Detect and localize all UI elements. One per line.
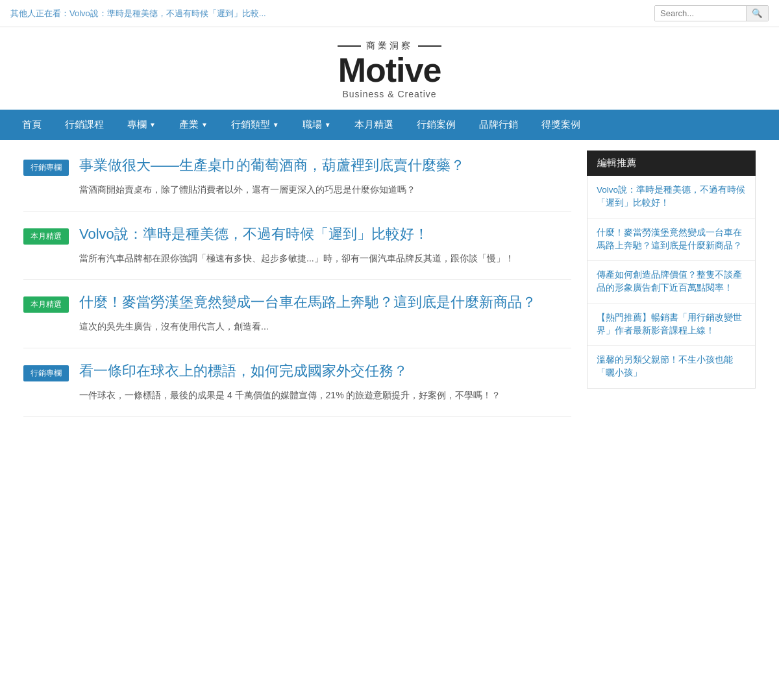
sidebar-title: 編輯推薦 [587, 151, 756, 176]
logo-area: 商業洞察 Motive Business & Creative [0, 27, 779, 110]
article-item-1: 本月精選Volvo說：準時是種美德，不過有時候「遲到」比較好！當所有汽車品牌都在… [23, 211, 571, 280]
nav-item-3[interactable]: 產業 ▼ [167, 110, 219, 140]
nav-item-0[interactable]: 首頁 [10, 110, 53, 140]
article-item-0: 行銷專欄事業做很大——生產桌巾的葡萄酒商，葫蘆裡到底賣什麼藥？當酒商開始賣桌布，… [23, 151, 571, 211]
nav-link-5[interactable]: 職場 ▼ [291, 110, 343, 140]
article-content: Volvo說：準時是種美德，不過有時候「遲到」比較好！當所有汽車品牌都在跟你強調… [79, 224, 571, 267]
article-title[interactable]: Volvo說：準時是種美德，不過有時候「遲到」比較好！ [79, 224, 571, 245]
article-badge: 本月精選 [23, 296, 69, 313]
nav-link-0[interactable]: 首頁 [10, 110, 53, 140]
main-container: 行銷專欄事業做很大——生產桌巾的葡萄酒商，葫蘆裡到底賣什麼藥？當酒商開始賣桌布，… [13, 140, 766, 427]
sidebar-link-2[interactable]: 傳產如何創造品牌價值？整隻不談產品的形象廣告創下近百萬點閱率！ [587, 261, 755, 303]
sidebar-link-0[interactable]: Volvo說：準時是種美德，不過有時候「遲到」比較好！ [587, 176, 755, 218]
nav-item-5[interactable]: 職場 ▼ [291, 110, 343, 140]
nav-link-1[interactable]: 行銷課程 [53, 110, 116, 140]
article-content: 看一條印在球衣上的標語，如何完成國家外交任務？一件球衣，一條標語，最後的成果是 … [79, 361, 571, 404]
article-badge: 行銷專欄 [23, 365, 69, 381]
main-nav: 首頁行銷課程專欄 ▼產業 ▼行銷類型 ▼職場 ▼本月精選行銷案例品牌行銷得獎案例 [0, 110, 779, 140]
sidebar-link-4[interactable]: 溫馨的另類父親節！不生小孩也能「曬小孩」 [587, 346, 755, 388]
nav-link-4[interactable]: 行銷類型 ▼ [219, 110, 291, 140]
nav-item-7[interactable]: 行銷案例 [405, 110, 467, 140]
logo-sub: Business & Creative [0, 89, 779, 99]
nav-item-6[interactable]: 本月精選 [343, 110, 405, 140]
nav-item-2[interactable]: 專欄 ▼ [116, 110, 167, 140]
article-excerpt: 這次的吳先生廣告，沒有使用代言人，創造看... [79, 319, 571, 335]
article-title[interactable]: 事業做很大——生產桌巾的葡萄酒商，葫蘆裡到底賣什麼藥？ [79, 156, 571, 176]
sidebar-section-recommended: 編輯推薦 Volvo說：準時是種美德，不過有時候「遲到」比較好！什麼！麥當勞漢堡… [587, 151, 756, 389]
nav-link-6[interactable]: 本月精選 [343, 110, 405, 140]
sidebar-link-item-0[interactable]: Volvo說：準時是種美德，不過有時候「遲到」比較好！ [587, 176, 755, 219]
nav-link-7[interactable]: 行銷案例 [405, 110, 467, 140]
sidebar-link-item-2[interactable]: 傳產如何創造品牌價值？整隻不談產品的形象廣告創下近百萬點閱率！ [587, 261, 755, 304]
article-title[interactable]: 看一條印在球衣上的標語，如何完成國家外交任務？ [79, 361, 571, 381]
nav-link-3[interactable]: 產業 ▼ [167, 110, 219, 140]
sidebar-link-3[interactable]: 【熱門推薦】暢銷書「用行銷改變世界」作者最新影音課程上線！ [587, 304, 755, 346]
nav-item-1[interactable]: 行銷課程 [53, 110, 116, 140]
search-box[interactable]: 🔍 [654, 5, 769, 21]
article-excerpt: 當酒商開始賣桌布，除了體貼消費者以外，還有一層更深入的巧思是什麼你知道嗎？ [79, 182, 571, 198]
search-button[interactable]: 🔍 [746, 6, 768, 21]
nav-link-9[interactable]: 得獎案例 [530, 110, 592, 140]
article-content: 什麼！麥當勞漢堡竟然變成一台車在馬路上奔馳？這到底是什麼新商品？這次的吳先生廣告… [79, 293, 571, 335]
nav-link-8[interactable]: 品牌行銷 [467, 110, 530, 140]
article-item-3: 行銷專欄看一條印在球衣上的標語，如何完成國家外交任務？一件球衣，一條標語，最後的… [23, 348, 571, 417]
chevron-down-icon: ▼ [325, 121, 331, 128]
nav-item-8[interactable]: 品牌行銷 [467, 110, 530, 140]
chevron-down-icon: ▼ [273, 121, 279, 128]
sidebar: 編輯推薦 Volvo說：準時是種美德，不過有時候「遲到」比較好！什麼！麥當勞漢堡… [587, 151, 756, 416]
search-input[interactable] [655, 6, 746, 21]
article-title[interactable]: 什麼！麥當勞漢堡竟然變成一台車在馬路上奔馳？這到底是什麼新商品？ [79, 293, 571, 313]
article-excerpt: 當所有汽車品牌都在跟你強調「極速有多快、起步多敏捷...」時，卻有一個汽車品牌反… [79, 251, 571, 267]
sidebar-links: Volvo說：準時是種美德，不過有時候「遲到」比較好！什麼！麥當勞漢堡竟然變成一… [587, 176, 756, 389]
nav-item-4[interactable]: 行銷類型 ▼ [219, 110, 291, 140]
article-excerpt: 一件球衣，一條標語，最後的成果是 4 千萬價值的媒體宣傳，21% 的旅遊意願提升… [79, 388, 571, 404]
nav-link-2[interactable]: 專欄 ▼ [116, 110, 167, 140]
chevron-down-icon: ▼ [201, 121, 208, 128]
top-bar: 其他人正在看：Volvo說：準時是種美德，不過有時候「遲到」比較... 🔍 [0, 0, 779, 27]
sidebar-link-item-3[interactable]: 【熱門推薦】暢銷書「用行銷改變世界」作者最新影音課程上線！ [587, 304, 755, 346]
article-list: 行銷專欄事業做很大——生產桌巾的葡萄酒商，葫蘆裡到底賣什麼藥？當酒商開始賣桌布，… [23, 151, 571, 416]
article-badge: 本月精選 [23, 228, 69, 245]
nav-item-9[interactable]: 得獎案例 [530, 110, 592, 140]
sidebar-link-item-1[interactable]: 什麼！麥當勞漢堡竟然變成一台車在馬路上奔馳？這到底是什麼新商品？ [587, 219, 755, 261]
logo-brand: Motive [0, 52, 779, 89]
chevron-down-icon: ▼ [149, 121, 156, 128]
sidebar-link-1[interactable]: 什麼！麥當勞漢堡竟然變成一台車在馬路上奔馳？這到底是什麼新商品？ [587, 219, 755, 261]
marquee-text: 其他人正在看：Volvo說：準時是種美德，不過有時候「遲到」比較... [10, 8, 266, 19]
logo-tagline: 商業洞察 [0, 40, 779, 52]
sidebar-link-item-4[interactable]: 溫馨的另類父親節！不生小孩也能「曬小孩」 [587, 346, 755, 388]
article-content: 事業做很大——生產桌巾的葡萄酒商，葫蘆裡到底賣什麼藥？當酒商開始賣桌布，除了體貼… [79, 156, 571, 198]
article-item-2: 本月精選什麼！麥當勞漢堡竟然變成一台車在馬路上奔馳？這到底是什麼新商品？這次的吳… [23, 280, 571, 348]
nav-list: 首頁行銷課程專欄 ▼產業 ▼行銷類型 ▼職場 ▼本月精選行銷案例品牌行銷得獎案例 [0, 110, 779, 140]
article-badge: 行銷專欄 [23, 160, 69, 176]
